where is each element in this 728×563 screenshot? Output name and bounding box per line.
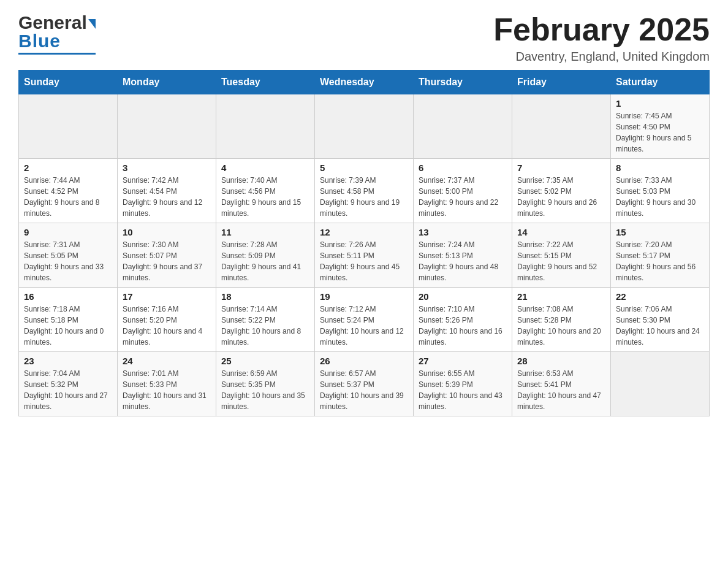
day-number: 10	[123, 227, 211, 237]
location: Daventry, England, United Kingdom	[493, 50, 710, 64]
day-number: 21	[517, 291, 605, 302]
calendar-day-cell: 26Sunrise: 6:57 AM Sunset: 5:37 PM Dayli…	[315, 352, 414, 416]
day-info: Sunrise: 7:33 AM Sunset: 5:03 PM Dayligh…	[616, 175, 704, 219]
day-info: Sunrise: 7:20 AM Sunset: 5:17 PM Dayligh…	[616, 239, 704, 283]
day-info: Sunrise: 7:28 AM Sunset: 5:09 PM Dayligh…	[221, 239, 309, 283]
day-info: Sunrise: 7:44 AM Sunset: 4:52 PM Dayligh…	[24, 175, 112, 219]
calendar-header-row: SundayMondayTuesdayWednesdayThursdayFrid…	[19, 71, 710, 94]
day-info: Sunrise: 7:22 AM Sunset: 5:15 PM Dayligh…	[517, 239, 605, 283]
day-number: 11	[221, 227, 309, 237]
calendar-day-cell	[216, 94, 315, 159]
logo-underline	[18, 53, 96, 55]
calendar-day-cell: 7Sunrise: 7:35 AM Sunset: 5:02 PM Daylig…	[512, 159, 611, 223]
calendar-day-cell: 20Sunrise: 7:10 AM Sunset: 5:26 PM Dayli…	[414, 288, 512, 352]
calendar-week-row: 16Sunrise: 7:18 AM Sunset: 5:18 PM Dayli…	[19, 288, 710, 352]
day-number: 6	[419, 163, 507, 173]
day-info: Sunrise: 7:42 AM Sunset: 4:54 PM Dayligh…	[123, 175, 211, 219]
calendar-table: SundayMondayTuesdayWednesdayThursdayFrid…	[18, 70, 710, 416]
day-info: Sunrise: 7:16 AM Sunset: 5:20 PM Dayligh…	[123, 304, 211, 348]
day-number: 27	[419, 356, 507, 366]
day-info: Sunrise: 6:53 AM Sunset: 5:41 PM Dayligh…	[517, 368, 605, 412]
month-title: February 2025	[493, 12, 710, 47]
day-number: 22	[616, 291, 704, 302]
title-block: February 2025 Daventry, England, United …	[493, 12, 710, 64]
calendar-day-cell	[611, 352, 710, 416]
day-info: Sunrise: 7:24 AM Sunset: 5:13 PM Dayligh…	[419, 239, 507, 283]
calendar-day-cell: 22Sunrise: 7:06 AM Sunset: 5:30 PM Dayli…	[611, 288, 710, 352]
calendar-day-cell: 11Sunrise: 7:28 AM Sunset: 5:09 PM Dayli…	[216, 223, 315, 288]
calendar-day-cell: 2Sunrise: 7:44 AM Sunset: 4:52 PM Daylig…	[19, 159, 118, 223]
day-number: 28	[517, 356, 605, 366]
calendar-day-cell: 9Sunrise: 7:31 AM Sunset: 5:05 PM Daylig…	[19, 223, 118, 288]
day-info: Sunrise: 7:18 AM Sunset: 5:18 PM Dayligh…	[24, 304, 112, 348]
calendar-day-cell: 15Sunrise: 7:20 AM Sunset: 5:17 PM Dayli…	[611, 223, 710, 288]
day-info: Sunrise: 7:26 AM Sunset: 5:11 PM Dayligh…	[320, 239, 408, 283]
calendar-day-cell: 13Sunrise: 7:24 AM Sunset: 5:13 PM Dayli…	[414, 223, 512, 288]
day-info: Sunrise: 7:31 AM Sunset: 5:05 PM Dayligh…	[24, 239, 112, 283]
calendar-day-header: Tuesday	[216, 71, 315, 94]
calendar-day-cell: 5Sunrise: 7:39 AM Sunset: 4:58 PM Daylig…	[315, 159, 414, 223]
calendar-day-cell	[512, 94, 611, 159]
calendar-day-header: Thursday	[414, 71, 512, 94]
page-header: General Blue February 2025 Daventry, Eng…	[18, 12, 710, 64]
day-number: 7	[517, 163, 605, 173]
day-info: Sunrise: 7:06 AM Sunset: 5:30 PM Dayligh…	[616, 304, 704, 348]
logo-text: General	[18, 12, 96, 33]
calendar-day-cell: 21Sunrise: 7:08 AM Sunset: 5:28 PM Dayli…	[512, 288, 611, 352]
calendar-day-header: Saturday	[611, 71, 710, 94]
day-number: 17	[123, 291, 211, 302]
calendar-day-cell: 6Sunrise: 7:37 AM Sunset: 5:00 PM Daylig…	[414, 159, 512, 223]
calendar-day-cell: 19Sunrise: 7:12 AM Sunset: 5:24 PM Dayli…	[315, 288, 414, 352]
calendar-day-header: Friday	[512, 71, 611, 94]
calendar-week-row: 2Sunrise: 7:44 AM Sunset: 4:52 PM Daylig…	[19, 159, 710, 223]
day-info: Sunrise: 6:59 AM Sunset: 5:35 PM Dayligh…	[221, 368, 309, 412]
calendar-day-header: Wednesday	[315, 71, 414, 94]
calendar-day-cell: 10Sunrise: 7:30 AM Sunset: 5:07 PM Dayli…	[118, 223, 216, 288]
day-info: Sunrise: 7:01 AM Sunset: 5:33 PM Dayligh…	[123, 368, 211, 412]
calendar-day-header: Monday	[118, 71, 216, 94]
calendar-day-cell: 12Sunrise: 7:26 AM Sunset: 5:11 PM Dayli…	[315, 223, 414, 288]
day-number: 19	[320, 291, 408, 302]
logo-blue-text: Blue	[18, 31, 61, 52]
day-number: 25	[221, 356, 309, 366]
calendar-week-row: 9Sunrise: 7:31 AM Sunset: 5:05 PM Daylig…	[19, 223, 710, 288]
calendar-day-cell: 16Sunrise: 7:18 AM Sunset: 5:18 PM Dayli…	[19, 288, 118, 352]
calendar-day-cell: 8Sunrise: 7:33 AM Sunset: 5:03 PM Daylig…	[611, 159, 710, 223]
day-number: 4	[221, 163, 309, 173]
calendar-day-cell: 1Sunrise: 7:45 AM Sunset: 4:50 PM Daylig…	[611, 94, 710, 159]
logo-triangle-icon	[88, 19, 96, 29]
day-info: Sunrise: 7:12 AM Sunset: 5:24 PM Dayligh…	[320, 304, 408, 348]
day-number: 23	[24, 356, 112, 366]
calendar-day-cell: 27Sunrise: 6:55 AM Sunset: 5:39 PM Dayli…	[414, 352, 512, 416]
calendar-day-cell	[315, 94, 414, 159]
day-number: 18	[221, 291, 309, 302]
day-number: 15	[616, 227, 704, 237]
calendar-day-cell: 24Sunrise: 7:01 AM Sunset: 5:33 PM Dayli…	[118, 352, 216, 416]
day-info: Sunrise: 7:04 AM Sunset: 5:32 PM Dayligh…	[24, 368, 112, 412]
day-number: 3	[123, 163, 211, 173]
day-number: 2	[24, 163, 112, 173]
day-info: Sunrise: 7:30 AM Sunset: 5:07 PM Dayligh…	[123, 239, 211, 283]
day-info: Sunrise: 7:14 AM Sunset: 5:22 PM Dayligh…	[221, 304, 309, 348]
calendar-day-cell	[414, 94, 512, 159]
day-number: 26	[320, 356, 408, 366]
day-number: 9	[24, 227, 112, 237]
logo: General Blue	[18, 12, 96, 55]
calendar-day-cell: 4Sunrise: 7:40 AM Sunset: 4:56 PM Daylig…	[216, 159, 315, 223]
calendar-day-cell: 17Sunrise: 7:16 AM Sunset: 5:20 PM Dayli…	[118, 288, 216, 352]
day-number: 14	[517, 227, 605, 237]
day-info: Sunrise: 6:55 AM Sunset: 5:39 PM Dayligh…	[419, 368, 507, 412]
calendar-day-cell: 23Sunrise: 7:04 AM Sunset: 5:32 PM Dayli…	[19, 352, 118, 416]
day-number: 24	[123, 356, 211, 366]
calendar-day-cell: 3Sunrise: 7:42 AM Sunset: 4:54 PM Daylig…	[118, 159, 216, 223]
day-number: 1	[616, 98, 704, 109]
calendar-day-header: Sunday	[19, 71, 118, 94]
day-number: 12	[320, 227, 408, 237]
calendar-day-cell	[19, 94, 118, 159]
day-number: 5	[320, 163, 408, 173]
day-info: Sunrise: 7:37 AM Sunset: 5:00 PM Dayligh…	[419, 175, 507, 219]
calendar-day-cell	[118, 94, 216, 159]
day-info: Sunrise: 7:45 AM Sunset: 4:50 PM Dayligh…	[616, 110, 704, 155]
calendar-day-cell: 25Sunrise: 6:59 AM Sunset: 5:35 PM Dayli…	[216, 352, 315, 416]
day-number: 20	[419, 291, 507, 302]
